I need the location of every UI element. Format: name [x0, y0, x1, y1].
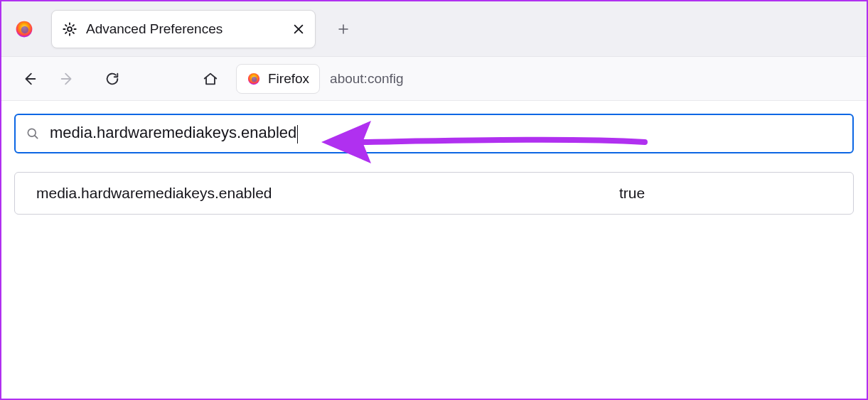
- home-button[interactable]: [192, 63, 229, 94]
- svg-point-2: [68, 27, 72, 31]
- window-frame: Advanced Preferences: [0, 0, 868, 400]
- pref-value: true: [619, 185, 645, 202]
- page-content: media.hardwaremediakeys.enabled media.ha…: [1, 101, 867, 215]
- address-bar[interactable]: Firefox about:config: [236, 64, 404, 94]
- identity-label: Firefox: [268, 71, 309, 87]
- pref-name: media.hardwaremediakeys.enabled: [36, 185, 619, 202]
- url-text: about:config: [320, 71, 404, 87]
- home-icon: [203, 71, 218, 87]
- firefox-logo-icon: [247, 72, 261, 86]
- arrow-left-icon: [26, 73, 36, 84]
- pref-search-box[interactable]: media.hardwaremediakeys.enabled: [14, 114, 854, 153]
- svg-point-1: [21, 26, 29, 33]
- svg-point-4: [252, 76, 257, 82]
- plus-icon: [337, 23, 350, 36]
- arrow-right-icon: [62, 73, 71, 84]
- pref-search-input[interactable]: media.hardwaremediakeys.enabled: [50, 124, 842, 143]
- firefox-logo-icon: [14, 19, 34, 39]
- search-query-text: media.hardwaremediakeys.enabled: [50, 124, 296, 141]
- identity-box[interactable]: Firefox: [236, 64, 320, 94]
- new-tab-button[interactable]: [331, 17, 355, 41]
- tab-strip: Advanced Preferences: [1, 1, 867, 57]
- tab-title: Advanced Preferences: [77, 21, 292, 37]
- reload-button[interactable]: [94, 63, 131, 94]
- browser-tab[interactable]: Advanced Preferences: [51, 10, 316, 48]
- toolbar: Firefox about:config: [1, 57, 867, 101]
- close-icon[interactable]: [292, 23, 305, 36]
- back-button[interactable]: [11, 63, 48, 94]
- forward-button: [48, 63, 85, 94]
- text-caret: [297, 125, 298, 144]
- pref-result-row[interactable]: media.hardwaremediakeys.enabled true: [14, 172, 854, 215]
- gear-icon: [62, 21, 77, 37]
- reload-icon: [105, 71, 120, 87]
- search-icon: [26, 126, 40, 141]
- firefox-app-icon: [10, 19, 38, 39]
